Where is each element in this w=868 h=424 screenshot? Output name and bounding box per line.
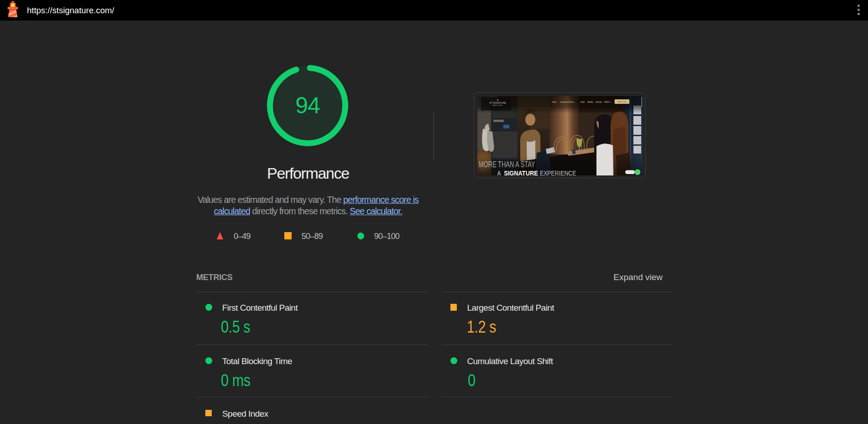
svg-text:EXPERIENCE: EXPERIENCE [539,169,576,175]
svg-text:Media: Media [587,101,593,103]
svg-text:Locations & Rooms ▾: Locations & Rooms ▾ [560,101,574,103]
svg-text:Book now: Book now [617,101,627,103]
svg-text:Contact: Contact [595,101,602,103]
svg-text:A: A [497,169,501,175]
svg-text:ENG ▾: ENG ▾ [604,101,611,103]
svg-text:ST SIGNATURE: ST SIGNATURE [489,101,506,104]
svg-text:MORE THAN A STAY: MORE THAN A STAY [479,160,535,169]
svg-text:About: About [552,101,556,103]
svg-text:BEAUTY & HOTEL: BEAUTY & HOTEL [492,104,503,106]
svg-text:Deals: Deals [580,101,585,103]
svg-text:SIGNATURE: SIGNATURE [504,169,538,175]
